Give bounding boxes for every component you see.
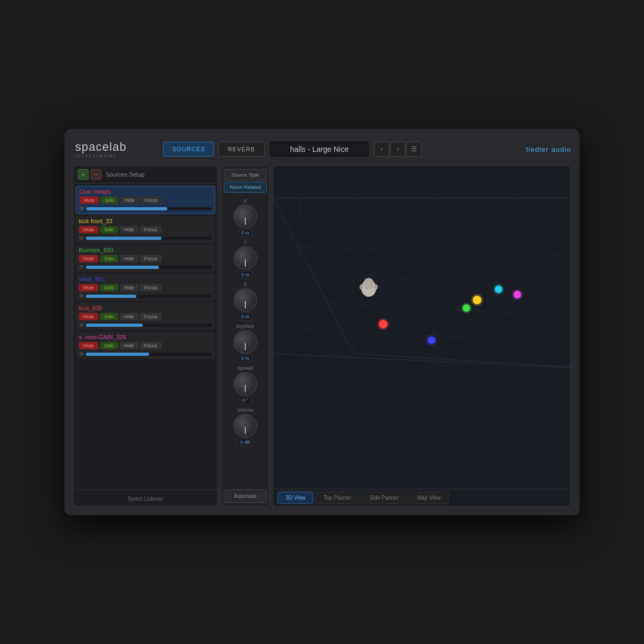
remove-source-button[interactable]: − — [91, 169, 101, 180]
svg-line-13 — [273, 300, 570, 319]
level-bar-bg — [86, 237, 212, 240]
knob-label: X — [244, 198, 247, 203]
source-item[interactable]: kick_830 Mute Solo Hide Focus ⚙ — [76, 303, 215, 330]
source-dot[interactable] — [379, 320, 387, 328]
source-item[interactable]: hihat_861 Mute Solo Hide Focus ⚙ — [76, 274, 215, 301]
3d-view-area[interactable] — [273, 166, 570, 489]
source-name: Over Heads — [79, 188, 211, 195]
solo-button[interactable]: Solo — [100, 196, 119, 204]
source-item[interactable]: s. reso-GAIN_326 Mute Solo Hide Focus ⚙ — [76, 332, 215, 359]
source-item[interactable]: floortom_650 Mute Solo Hide Focus ⚙ — [76, 245, 215, 272]
source-controls: ⚙ — [79, 322, 212, 328]
focus-button[interactable]: Focus — [140, 226, 162, 233]
automate-button[interactable]: Automate — [224, 489, 267, 503]
source-type-button[interactable]: Source Type — [224, 169, 267, 181]
source-dot[interactable] — [428, 336, 435, 344]
level-bar-fill — [86, 266, 159, 269]
gear-icon[interactable]: ⚙ — [79, 293, 84, 299]
knob-label: Dry/Wet — [237, 324, 254, 329]
select-listener-button[interactable]: Select Listener — [128, 496, 163, 502]
menu-button[interactable]: ☰ — [406, 142, 421, 157]
knob-section: Dry/Wet 0 % — [233, 324, 257, 362]
hide-button[interactable]: Hide — [120, 255, 138, 262]
nav-arrows: ‹ › ☰ — [374, 142, 421, 157]
mute-button[interactable]: Mute — [79, 284, 98, 291]
knob-section: X 0 m — [233, 198, 257, 237]
solo-button[interactable]: Solo — [100, 284, 118, 291]
mute-button[interactable]: Mute — [79, 255, 98, 262]
solo-button[interactable]: Solo — [100, 255, 118, 262]
source-dot[interactable] — [514, 291, 521, 298]
main-content: + − Sources Setup Over Heads Mute Solo H… — [73, 165, 571, 507]
view-tab-top-panner[interactable]: Top Panner — [316, 492, 359, 504]
knob-y[interactable] — [233, 246, 257, 270]
source-buttons: Mute Solo Hide Focus — [79, 313, 212, 320]
knob-value: 0 ° — [239, 397, 251, 404]
view-tab-map-view[interactable]: Map View — [409, 492, 449, 504]
focus-button[interactable]: Focus — [140, 342, 162, 349]
view-tab-3d-view[interactable]: 3D View — [277, 492, 313, 504]
hide-button[interactable]: Hide — [120, 313, 138, 320]
knob-section: Volume 0 dB — [233, 407, 257, 446]
source-dot[interactable] — [473, 296, 481, 304]
hide-button[interactable]: Hide — [120, 226, 138, 233]
knob-dry/wet[interactable] — [233, 330, 257, 354]
gear-icon[interactable]: ⚙ — [79, 322, 84, 328]
sources-footer: Select Listener — [74, 489, 217, 506]
solo-button[interactable]: Solo — [100, 342, 118, 349]
knob-value: 0 dB — [238, 438, 253, 446]
hide-button[interactable]: Hide — [120, 342, 138, 349]
logo-sub: interstellar — [75, 153, 117, 158]
knob-volume[interactable] — [233, 414, 257, 437]
focus-button[interactable]: Focus — [141, 196, 163, 204]
3d-scene-svg — [273, 166, 570, 489]
source-name: s. reso-GAIN_326 — [79, 334, 212, 340]
knob-section: Z 0 m — [233, 282, 257, 320]
prev-arrow-button[interactable]: ‹ — [374, 142, 389, 157]
knob-value: 0 m — [238, 271, 252, 279]
source-controls: ⚙ — [79, 351, 212, 357]
mute-button[interactable]: Mute — [79, 226, 98, 233]
knob-value: 0 m — [238, 313, 252, 320]
gear-icon[interactable]: ⚙ — [79, 264, 84, 270]
gear-icon[interactable]: ⚙ — [79, 351, 84, 357]
room-related-button[interactable]: Room Related — [224, 182, 267, 193]
knob-x[interactable] — [233, 204, 257, 228]
view-tab-side-panner[interactable]: Side Panner — [361, 492, 407, 504]
hide-button[interactable]: Hide — [120, 196, 139, 204]
next-arrow-button[interactable]: › — [390, 142, 405, 157]
gear-icon[interactable]: ⚙ — [79, 235, 84, 241]
solo-button[interactable]: Solo — [100, 226, 118, 233]
level-bar-bg — [86, 295, 212, 298]
source-item[interactable]: kick front_33 Mute Solo Hide Focus ⚙ — [76, 216, 215, 243]
mute-button[interactable]: Mute — [79, 196, 99, 204]
header: spacelab interstellar SOURCES REVERB hal… — [73, 137, 571, 161]
logo-text: spacelab — [75, 140, 127, 154]
preset-name: halls - Large Nice — [269, 141, 370, 158]
source-dot[interactable] — [463, 304, 470, 312]
hide-button[interactable]: Hide — [120, 284, 138, 291]
source-buttons: Mute Solo Hide Focus — [79, 196, 211, 204]
source-controls: ⚙ — [79, 235, 212, 241]
gear-icon[interactable]: ⚙ — [79, 206, 84, 211]
mute-button[interactable]: Mute — [79, 342, 98, 349]
solo-button[interactable]: Solo — [100, 313, 118, 320]
focus-button[interactable]: Focus — [140, 255, 162, 262]
knob-label: Z — [244, 282, 247, 287]
focus-button[interactable]: Focus — [140, 284, 162, 291]
knob-section: Spread 0 ° — [233, 365, 257, 404]
sources-button[interactable]: SOURCES — [163, 142, 214, 157]
knob-spread[interactable] — [233, 372, 257, 396]
svg-line-12 — [273, 273, 570, 289]
reverb-button[interactable]: REVERB — [218, 142, 264, 157]
mute-button[interactable]: Mute — [79, 313, 98, 320]
knob-z[interactable] — [233, 288, 257, 312]
focus-button[interactable]: Focus — [140, 313, 162, 320]
source-buttons: Mute Solo Hide Focus — [79, 226, 212, 233]
add-source-button[interactable]: + — [78, 169, 89, 180]
knob-label: Volume — [237, 407, 253, 413]
source-controls: ⚙ — [79, 264, 212, 270]
source-dot[interactable] — [495, 286, 502, 293]
source-controls: ⚙ — [79, 206, 211, 211]
source-item[interactable]: Over Heads Mute Solo Hide Focus ⚙ — [76, 186, 215, 214]
